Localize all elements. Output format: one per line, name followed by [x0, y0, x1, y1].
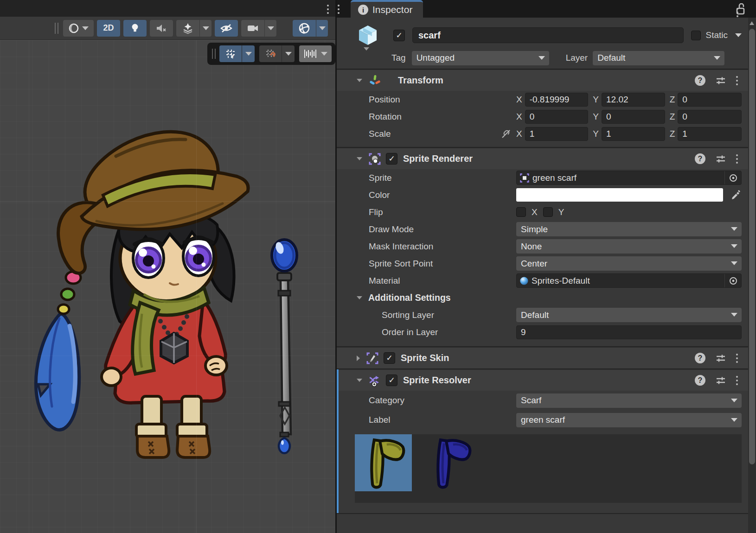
sort-point-dropdown[interactable]: Center [516, 256, 742, 271]
game-object-name-field[interactable]: scarf [412, 27, 684, 43]
grid-size-button[interactable] [299, 45, 332, 62]
sprite-variant-blue-scarf[interactable] [421, 434, 478, 491]
rotation-z-field[interactable]: 0 [678, 110, 742, 124]
fold-arrow-open[interactable] [357, 379, 362, 382]
grid-snapping-button[interactable] [259, 45, 282, 62]
presets-icon[interactable] [716, 375, 726, 386]
transform-header[interactable]: Transform ? [337, 70, 748, 91]
component-menu-kebab-icon[interactable] [736, 76, 738, 85]
fold-arrow-open[interactable] [357, 157, 362, 160]
help-icon[interactable]: ? [695, 353, 705, 363]
scene-effects-button[interactable] [176, 20, 199, 37]
flip-y-checkbox[interactable] [543, 207, 553, 217]
sorting-layer-row: Sorting Layer Default [337, 306, 748, 324]
right-boot [177, 424, 210, 457]
component-menu-kebab-icon[interactable] [736, 376, 738, 385]
2d-mode-button[interactable]: 2D [97, 20, 120, 37]
mask-interaction-row: Mask Interaction None [337, 238, 748, 255]
category-label: Category [337, 395, 516, 406]
flip-y-label: Y [558, 207, 564, 217]
order-in-layer-field[interactable]: 9 [516, 325, 742, 339]
category-dropdown[interactable]: Scarf [516, 393, 742, 408]
grid-axis-dropdown-button[interactable] [242, 45, 255, 62]
object-picker-button[interactable] [724, 274, 741, 287]
snapbar-drag-handle[interactable] [212, 49, 216, 59]
effects-dropdown-button[interactable] [199, 20, 211, 37]
presets-icon[interactable] [716, 76, 726, 86]
flip-x-checkbox[interactable] [516, 207, 526, 217]
position-x-field[interactable]: -0.819999 [525, 93, 589, 107]
scene-visibility-button[interactable] [215, 20, 238, 37]
inspector-scrollbar[interactable] [748, 18, 756, 533]
camera-dropdown-button[interactable] [264, 20, 276, 37]
color-swatch[interactable] [516, 188, 723, 202]
layer-dropdown[interactable]: Default [593, 51, 724, 65]
sprite-resolver-title: Sprite Resolver [403, 375, 471, 386]
tag-dropdown[interactable]: Untagged [412, 51, 549, 65]
sprite-skin-header[interactable]: ✓ Sprite Skin ? [337, 347, 748, 368]
shading-mode-button[interactable] [63, 20, 94, 37]
chevron-down-icon [731, 313, 737, 317]
grid-snapping-dropdown-button[interactable] [282, 45, 295, 62]
label-dropdown[interactable]: green scarf [516, 413, 742, 427]
position-y-field[interactable]: 12.02 [602, 93, 665, 107]
fold-arrow-closed[interactable] [357, 355, 360, 361]
gizmos-button[interactable] [293, 20, 316, 37]
link-broken-icon[interactable] [500, 128, 512, 140]
order-in-layer-row: Order in Layer 9 [337, 324, 748, 341]
toolbar-drag-handle[interactable] [55, 23, 58, 34]
scene-camera-button[interactable] [241, 20, 264, 37]
eyedropper-icon[interactable] [730, 190, 742, 201]
scene-menu-kebab-icon[interactable] [327, 5, 329, 14]
gizmos-dropdown-button[interactable] [316, 20, 328, 37]
static-checkbox[interactable] [691, 31, 701, 40]
grid-axis-button[interactable]: Y [219, 45, 242, 62]
presets-icon[interactable] [716, 154, 726, 164]
scrollbar-thumb[interactable] [749, 29, 755, 464]
component-menu-kebab-icon[interactable] [736, 354, 738, 363]
rotation-x-field[interactable]: 0 [525, 110, 589, 124]
help-icon[interactable]: ? [695, 375, 705, 386]
sprite-renderer-enabled-checkbox[interactable]: ✓ [386, 153, 397, 165]
flip-label: Flip [337, 207, 516, 217]
scene-audio-button[interactable] [150, 20, 173, 37]
tab-inspector[interactable]: i Inspector [351, 0, 423, 18]
scale-y-field[interactable]: 1 [602, 127, 665, 141]
mask-interaction-dropdown[interactable]: None [516, 239, 742, 254]
sprite-renderer-header[interactable]: ✓ Sprite Renderer ? [337, 148, 748, 169]
prefab-cube-icon[interactable] [357, 24, 378, 46]
fold-arrow-open[interactable] [357, 296, 362, 299]
prefab-fold-arrow[interactable] [364, 47, 369, 51]
scroll-up-arrow-icon[interactable] [750, 21, 754, 25]
sprite-skin-enabled-checkbox[interactable]: ✓ [384, 352, 395, 364]
layer-label: Layer [566, 53, 588, 63]
scale-x-field[interactable]: 1 [525, 127, 589, 141]
sorting-layer-dropdown[interactable]: Default [516, 308, 742, 322]
position-z-field[interactable]: 0 [678, 93, 742, 107]
rotation-y-field[interactable]: 0 [602, 110, 665, 124]
help-icon[interactable]: ? [695, 153, 705, 164]
mask-interaction-value: None [521, 241, 542, 252]
scene-lighting-button[interactable] [123, 20, 147, 37]
static-dropdown-arrow[interactable] [735, 33, 742, 37]
help-icon[interactable]: ? [695, 75, 705, 86]
color-row: Color [337, 186, 748, 203]
sprite-variant-strip [355, 434, 742, 503]
scale-z-field[interactable]: 1 [678, 127, 742, 141]
inspector-menu-kebab-icon[interactable] [737, 8, 738, 17]
sprite-resolver-header[interactable]: ✓ Sprite Resolver ? [337, 369, 748, 391]
draw-mode-dropdown[interactable]: Simple [516, 222, 742, 236]
sprite-resolver-enabled-checkbox[interactable]: ✓ [386, 374, 397, 386]
sprite-variant-green-scarf[interactable] [355, 434, 412, 491]
object-picker-button[interactable] [724, 171, 741, 184]
inspector-pane-kebab-icon[interactable] [338, 5, 340, 14]
additional-settings-row[interactable]: Additional Settings [337, 289, 748, 306]
component-menu-kebab-icon[interactable] [736, 154, 738, 164]
material-object-field[interactable]: Sprites-Default [516, 273, 742, 288]
sprite-object-field[interactable]: green scarf [516, 171, 742, 185]
scene-viewport[interactable]: Y [0, 40, 335, 533]
presets-icon[interactable] [716, 353, 726, 363]
fold-arrow-open[interactable] [357, 79, 362, 82]
active-checkbox[interactable]: ✓ [393, 30, 405, 41]
axis-x-label: X [516, 95, 522, 105]
